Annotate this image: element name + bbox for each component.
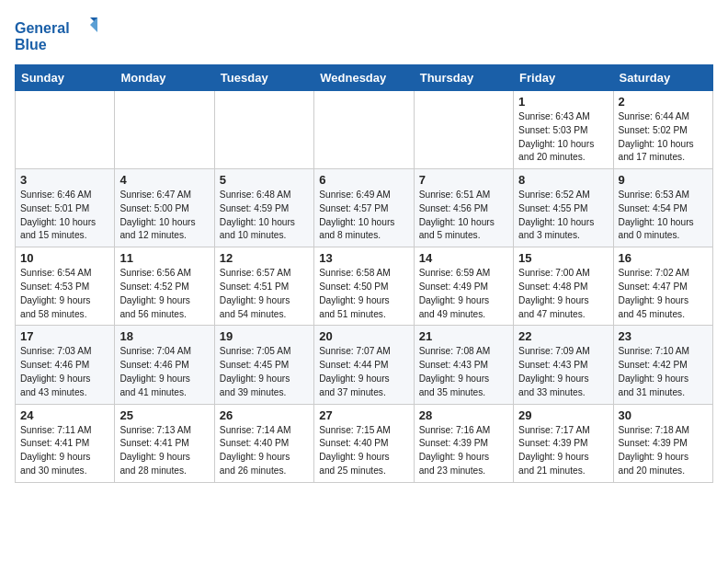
calendar-day-cell [314,91,414,169]
day-number: 25 [119,408,209,422]
day-info: Sunrise: 6:53 AM Sunset: 4:54 PM Dayligh… [619,189,708,243]
day-number: 1 [518,95,608,109]
day-number: 12 [220,251,309,265]
day-info: Sunrise: 7:15 AM Sunset: 4:40 PM Dayligh… [319,424,408,478]
day-number: 21 [419,329,508,343]
calendar-day-cell: 24Sunrise: 7:11 AM Sunset: 4:41 PM Dayli… [16,404,115,482]
day-info: Sunrise: 6:43 AM Sunset: 5:03 PM Dayligh… [518,110,608,165]
day-number: 14 [419,251,508,265]
calendar-day-cell: 21Sunrise: 7:08 AM Sunset: 4:43 PM Dayli… [414,326,513,404]
day-number: 18 [119,329,209,343]
day-number: 29 [518,408,608,422]
day-info: Sunrise: 7:04 AM Sunset: 4:46 PM Dayligh… [119,345,209,399]
calendar-day-cell: 17Sunrise: 7:03 AM Sunset: 4:46 PM Dayli… [16,326,115,404]
day-info: Sunrise: 7:10 AM Sunset: 4:42 PM Dayligh… [619,345,708,399]
calendar-day-cell: 12Sunrise: 6:57 AM Sunset: 4:51 PM Dayli… [214,247,313,326]
col-header-tuesday: Tuesday [214,65,313,91]
calendar-day-cell: 20Sunrise: 7:07 AM Sunset: 4:44 PM Dayli… [314,326,414,404]
day-number: 9 [619,173,708,187]
day-number: 24 [20,408,109,422]
page-header: General Blue [15,15,713,53]
day-number: 8 [518,173,608,187]
calendar-day-cell: 27Sunrise: 7:15 AM Sunset: 4:40 PM Dayli… [314,404,414,482]
day-number: 22 [518,329,608,343]
calendar-day-cell: 6Sunrise: 6:49 AM Sunset: 4:57 PM Daylig… [314,169,414,247]
day-info: Sunrise: 6:46 AM Sunset: 5:01 PM Dayligh… [20,189,109,243]
day-number: 19 [220,329,309,343]
day-number: 15 [518,251,608,265]
calendar-week-row: 10Sunrise: 6:54 AM Sunset: 4:53 PM Dayli… [16,247,713,326]
day-info: Sunrise: 7:03 AM Sunset: 4:46 PM Dayligh… [20,345,109,399]
calendar-day-cell [214,91,313,169]
day-number: 30 [619,408,708,422]
calendar-day-cell [16,91,115,169]
day-number: 4 [119,173,209,187]
calendar-week-row: 1Sunrise: 6:43 AM Sunset: 5:03 PM Daylig… [16,91,713,169]
col-header-sunday: Sunday [16,65,115,91]
col-header-friday: Friday [514,65,613,91]
day-info: Sunrise: 6:56 AM Sunset: 4:52 PM Dayligh… [119,267,209,321]
calendar-day-cell: 23Sunrise: 7:10 AM Sunset: 4:42 PM Dayli… [613,326,712,404]
calendar-day-cell: 29Sunrise: 7:17 AM Sunset: 4:39 PM Dayli… [514,404,613,482]
calendar-day-cell: 2Sunrise: 6:44 AM Sunset: 5:02 PM Daylig… [613,91,712,169]
day-number: 11 [119,251,209,265]
calendar-table: SundayMondayTuesdayWednesdayThursdayFrid… [15,64,713,483]
calendar-day-cell: 26Sunrise: 7:14 AM Sunset: 4:40 PM Dayli… [214,404,313,482]
calendar-day-cell [115,91,214,169]
day-info: Sunrise: 7:13 AM Sunset: 4:41 PM Dayligh… [119,424,209,478]
calendar-day-cell: 3Sunrise: 6:46 AM Sunset: 5:01 PM Daylig… [16,169,115,247]
day-number: 16 [619,251,708,265]
calendar-day-cell: 28Sunrise: 7:16 AM Sunset: 4:39 PM Dayli… [414,404,513,482]
day-info: Sunrise: 7:16 AM Sunset: 4:39 PM Dayligh… [419,424,508,478]
day-info: Sunrise: 6:49 AM Sunset: 4:57 PM Dayligh… [319,189,408,243]
logo: General Blue [15,15,97,53]
calendar-day-cell: 4Sunrise: 6:47 AM Sunset: 5:00 PM Daylig… [115,169,214,247]
day-info: Sunrise: 7:11 AM Sunset: 4:41 PM Dayligh… [20,424,109,478]
day-info: Sunrise: 6:52 AM Sunset: 4:55 PM Dayligh… [518,189,608,243]
calendar-week-row: 24Sunrise: 7:11 AM Sunset: 4:41 PM Dayli… [16,404,713,482]
calendar-day-cell: 10Sunrise: 6:54 AM Sunset: 4:53 PM Dayli… [16,247,115,326]
col-header-wednesday: Wednesday [314,65,414,91]
day-number: 28 [419,408,508,422]
day-number: 6 [319,173,408,187]
day-info: Sunrise: 6:51 AM Sunset: 4:56 PM Dayligh… [419,189,508,243]
day-number: 20 [319,329,408,343]
day-info: Sunrise: 6:58 AM Sunset: 4:50 PM Dayligh… [319,267,408,321]
calendar-day-cell: 15Sunrise: 7:00 AM Sunset: 4:48 PM Dayli… [514,247,613,326]
day-number: 23 [619,329,708,343]
day-number: 5 [220,173,309,187]
day-number: 3 [20,173,109,187]
calendar-day-cell: 22Sunrise: 7:09 AM Sunset: 4:43 PM Dayli… [514,326,613,404]
col-header-saturday: Saturday [613,65,712,91]
day-info: Sunrise: 7:02 AM Sunset: 4:47 PM Dayligh… [619,267,708,321]
col-header-monday: Monday [115,65,214,91]
day-info: Sunrise: 7:18 AM Sunset: 4:39 PM Dayligh… [619,424,708,478]
calendar-day-cell: 14Sunrise: 6:59 AM Sunset: 4:49 PM Dayli… [414,247,513,326]
calendar-day-cell: 9Sunrise: 6:53 AM Sunset: 4:54 PM Daylig… [613,169,712,247]
col-header-thursday: Thursday [414,65,513,91]
day-info: Sunrise: 7:00 AM Sunset: 4:48 PM Dayligh… [518,267,608,321]
day-info: Sunrise: 7:08 AM Sunset: 4:43 PM Dayligh… [419,345,508,399]
calendar-day-cell: 13Sunrise: 6:58 AM Sunset: 4:50 PM Dayli… [314,247,414,326]
calendar-day-cell: 16Sunrise: 7:02 AM Sunset: 4:47 PM Dayli… [613,247,712,326]
day-number: 7 [419,173,508,187]
day-info: Sunrise: 6:59 AM Sunset: 4:49 PM Dayligh… [419,267,508,321]
day-number: 17 [20,329,109,343]
calendar-week-row: 3Sunrise: 6:46 AM Sunset: 5:01 PM Daylig… [16,169,713,247]
calendar-day-cell: 19Sunrise: 7:05 AM Sunset: 4:45 PM Dayli… [214,326,313,404]
day-info: Sunrise: 7:07 AM Sunset: 4:44 PM Dayligh… [319,345,408,399]
day-number: 2 [619,95,708,109]
day-info: Sunrise: 6:47 AM Sunset: 5:00 PM Dayligh… [119,189,209,243]
calendar-header-row: SundayMondayTuesdayWednesdayThursdayFrid… [16,65,713,91]
svg-text:Blue: Blue [15,37,47,52]
day-number: 26 [220,408,309,422]
day-number: 13 [319,251,408,265]
calendar-day-cell: 8Sunrise: 6:52 AM Sunset: 4:55 PM Daylig… [514,169,613,247]
calendar-day-cell: 1Sunrise: 6:43 AM Sunset: 5:03 PM Daylig… [514,91,613,169]
calendar-day-cell: 5Sunrise: 6:48 AM Sunset: 4:59 PM Daylig… [214,169,313,247]
calendar-day-cell [414,91,513,169]
logo-svg: General Blue [15,15,97,53]
calendar-day-cell: 11Sunrise: 6:56 AM Sunset: 4:52 PM Dayli… [115,247,214,326]
svg-text:General: General [15,20,70,36]
day-info: Sunrise: 6:54 AM Sunset: 4:53 PM Dayligh… [20,267,109,321]
